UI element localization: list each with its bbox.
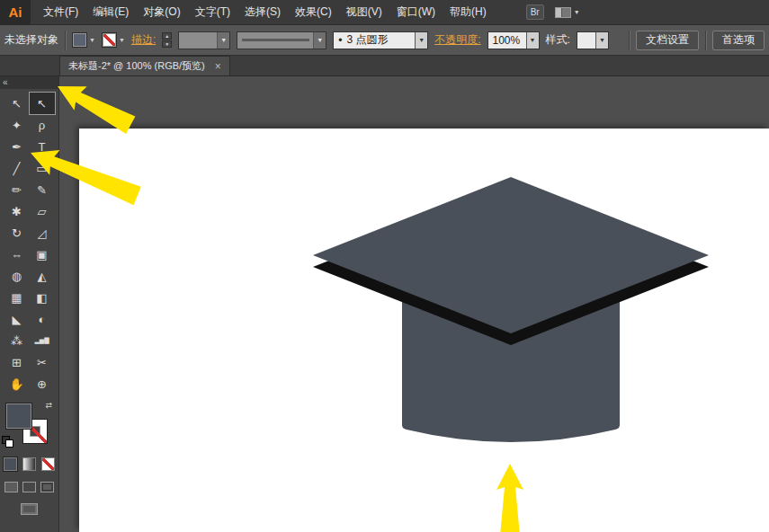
none-button[interactable] — [41, 457, 55, 471]
fill-stroke-indicator: ⇄ — [0, 398, 59, 450]
document-tab-bar: 未标题-2* @ 100% (RGB/预览) × — [0, 56, 769, 76]
rotate-tool[interactable]: ↻ — [4, 222, 30, 244]
draw-inside-button[interactable] — [40, 482, 54, 492]
collapse-panel-icon[interactable]: « — [3, 77, 8, 87]
type-tool[interactable]: T — [30, 136, 55, 157]
opacity-dropdown[interactable]: 100% ▼ — [487, 31, 540, 49]
artboard-tool[interactable]: ⊞ — [4, 351, 30, 373]
zoom-tool[interactable]: ⊕ — [30, 373, 55, 395]
draw-behind-button[interactable] — [22, 482, 36, 492]
blob-brush-tool[interactable]: ✱ — [4, 200, 30, 222]
pen-tool[interactable]: ✒ — [4, 136, 30, 157]
perspective-grid-tool[interactable]: ◭ — [30, 265, 55, 287]
pencil-tool[interactable]: ✎ — [30, 179, 55, 200]
spin-up-icon[interactable]: ▲ — [162, 32, 172, 40]
document-setup-button[interactable]: 文档设置 — [636, 31, 699, 50]
slice-tool[interactable]: ✂ — [30, 351, 55, 373]
opacity-label[interactable]: 不透明度: — [434, 32, 480, 48]
menu-object[interactable]: 对象(O) — [136, 0, 187, 25]
preferences-button[interactable]: 首选项 — [712, 31, 765, 50]
fill-color-indicator[interactable] — [6, 403, 31, 429]
document-tab-title: 未标题-2* @ 100% (RGB/预览) — [68, 59, 205, 73]
document-tab[interactable]: 未标题-2* @ 100% (RGB/预览) × — [59, 56, 230, 75]
column-graph-tool[interactable]: ▂▅▇ — [30, 330, 55, 351]
stroke-label[interactable]: 描边: — [131, 32, 156, 48]
swap-fill-stroke-icon[interactable]: ⇄ — [46, 401, 53, 410]
chevron-down-icon[interactable]: ▼ — [313, 32, 326, 49]
opacity-value: 100% — [493, 34, 521, 47]
chevron-down-icon[interactable]: ▼ — [595, 32, 608, 49]
workspace-switcher[interactable]: ▼ — [555, 7, 580, 18]
menu-select[interactable]: 选择(S) — [237, 0, 288, 25]
mesh-tool[interactable]: ▦ — [4, 287, 30, 308]
control-bar: 未选择对象 ▼ ▼ 描边: ▲ ▼ ▼ ▼ • 3 点圆形 ▼ 不透明度: — [0, 25, 769, 56]
menu-effect[interactable]: 效果(C) — [288, 0, 339, 25]
chevron-down-icon[interactable]: ▼ — [217, 32, 229, 49]
screen-mode-button[interactable] — [21, 503, 38, 515]
chevron-down-icon[interactable]: ▼ — [415, 32, 427, 49]
menu-list: 文件(F) 编辑(E) 对象(O) 文字(T) 选择(S) 效果(C) 视图(V… — [36, 0, 494, 25]
width-profile-preview — [242, 39, 309, 41]
fill-swatch — [72, 32, 87, 48]
stroke-none-swatch — [102, 32, 117, 48]
separator — [65, 31, 66, 50]
workspace-layout-icon — [555, 7, 571, 18]
artboard[interactable] — [79, 129, 769, 532]
menu-bar: Ai 文件(F) 编辑(E) 对象(O) 文字(T) 选择(S) 效果(C) 视… — [0, 0, 769, 25]
drawing-mode-buttons — [4, 482, 54, 492]
close-icon[interactable]: × — [215, 60, 221, 73]
workspace: « ↖ ↖ ✦ ρ ✒ T ╱ ▭ ✏ ✎ ✱ ▱ ↻ ◿ ⇔ ▣ ◍ ◭ — [0, 76, 769, 532]
tools-panel-header[interactable]: « — [0, 76, 58, 89]
style-label: 样式: — [546, 32, 570, 48]
chevron-down-icon: ▼ — [119, 37, 125, 43]
separator — [705, 31, 706, 50]
hand-tool[interactable]: ✋ — [4, 373, 30, 395]
menu-window[interactable]: 窗口(W) — [389, 0, 443, 25]
tool-grid: ↖ ↖ ✦ ρ ✒ T ╱ ▭ ✏ ✎ ✱ ▱ ↻ ◿ ⇔ ▣ ◍ ◭ ▦ ◧ — [4, 93, 55, 395]
width-tool[interactable]: ⇔ — [4, 244, 30, 265]
chevron-down-icon[interactable]: ▼ — [526, 32, 539, 49]
selection-tool[interactable]: ↖ — [4, 93, 30, 114]
brush-name: 3 点圆形 — [346, 32, 388, 48]
selection-status: 未选择对象 — [4, 32, 58, 48]
menu-edit[interactable]: 编辑(E) — [85, 0, 136, 25]
illustrator-window: Ai 文件(F) 编辑(E) 对象(O) 文字(T) 选择(S) 效果(C) 视… — [0, 0, 769, 532]
style-dropdown[interactable]: ▼ — [577, 31, 609, 49]
menu-file[interactable]: 文件(F) — [36, 0, 85, 25]
chevron-down-icon: ▼ — [574, 9, 580, 15]
brush-definition-dropdown[interactable]: • 3 点圆形 ▼ — [333, 31, 428, 49]
stroke-color-dropdown[interactable]: ▼ — [102, 32, 125, 48]
fill-color-dropdown[interactable]: ▼ — [72, 32, 95, 48]
color-mode-buttons — [4, 457, 55, 471]
color-button[interactable] — [4, 457, 17, 471]
width-profile-dropdown[interactable]: ▼ — [237, 31, 326, 49]
symbol-sprayer-tool[interactable]: ⁂ — [4, 330, 30, 351]
magic-wand-tool[interactable]: ✦ — [4, 114, 30, 136]
line-segment-tool[interactable]: ╱ — [4, 157, 30, 179]
menu-help[interactable]: 帮助(H) — [443, 0, 494, 25]
draw-normal-button[interactable] — [4, 482, 18, 492]
eyedropper-tool[interactable]: ◣ — [4, 308, 30, 330]
chevron-down-icon: ▼ — [89, 37, 95, 43]
rectangle-tool[interactable]: ▭ — [30, 157, 55, 179]
scale-tool[interactable]: ◿ — [30, 222, 55, 244]
stroke-weight-stepper[interactable]: ▲ ▼ — [162, 32, 172, 48]
tools-panel: « ↖ ↖ ✦ ρ ✒ T ╱ ▭ ✏ ✎ ✱ ▱ ↻ ◿ ⇔ ▣ ◍ ◭ — [0, 76, 59, 532]
blend-tool[interactable]: ◐ — [30, 308, 55, 330]
menubar-right-icons: Br ▼ — [526, 4, 580, 20]
gradient-button[interactable] — [22, 457, 36, 471]
lasso-tool[interactable]: ρ — [30, 114, 55, 136]
menu-view[interactable]: 视图(V) — [339, 0, 389, 25]
gradient-tool[interactable]: ◧ — [30, 287, 55, 308]
eraser-tool[interactable]: ▱ — [30, 200, 55, 222]
brush-dot-preview: • — [338, 34, 342, 47]
paintbrush-tool[interactable]: ✏ — [4, 179, 30, 200]
spin-down-icon[interactable]: ▼ — [162, 40, 172, 48]
direct-selection-tool[interactable]: ↖ — [30, 93, 55, 114]
menu-type[interactable]: 文字(T) — [188, 0, 237, 25]
stroke-weight-dropdown[interactable]: ▼ — [178, 31, 230, 49]
shape-builder-tool[interactable]: ◍ — [4, 265, 30, 287]
bridge-button[interactable]: Br — [526, 4, 544, 20]
free-transform-tool[interactable]: ▣ — [30, 244, 55, 265]
default-fill-stroke-icon[interactable] — [2, 436, 13, 448]
